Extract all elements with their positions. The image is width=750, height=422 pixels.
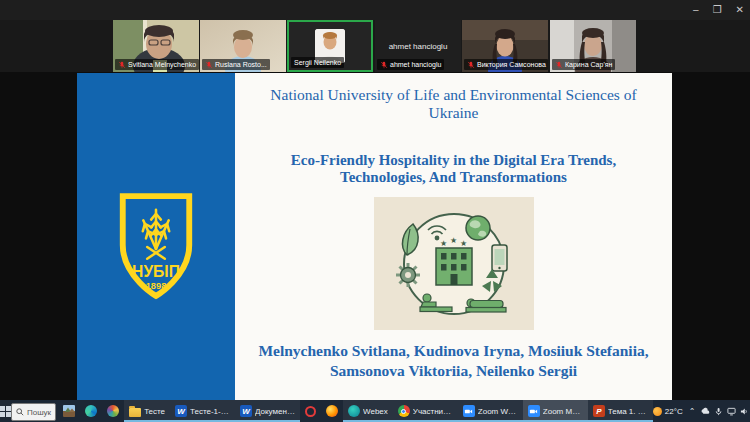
svg-text:★: ★ [460,239,467,248]
participant-tile-svitlana[interactable]: Svitlana Melnychenko [113,20,199,72]
weather-icon [653,407,662,416]
participant-name: Виктория Самсонова [477,60,546,69]
taskbar-item-firefox[interactable] [321,400,343,422]
taskbar-item-folder[interactable]: Тесте [124,400,170,422]
logo-year: 1898 [146,281,167,291]
taskbar-item-zoom-meeting[interactable]: Zoom Meeti... [523,400,588,422]
taskbar-item-photos[interactable] [102,400,124,422]
maximize-button[interactable]: ❐ [713,0,722,20]
system-tray: 22°C ⌃ ENG 12:55 11.09.2025 [653,400,750,422]
participant-name-label: Sergii Neilenko [291,57,344,68]
taskbar-item-word-1[interactable]: W Тесте-1-1Т - ... [170,400,235,422]
participant-name: Ruslana Rosto... [215,60,267,69]
tray-icons [701,407,750,416]
volume-icon[interactable] [740,407,749,416]
taskbar-item-webex[interactable]: Webex [343,400,393,422]
firefox-icon [326,405,338,417]
taskbar-item-label: Участник пу... [413,407,453,416]
taskbar-item-landscape[interactable] [58,400,80,422]
authors-line: Melnychenko Svitlana, Kudinova Iryna, Mo… [248,341,660,381]
onedrive-icon[interactable] [701,407,710,416]
nubip-logo: НУБІП 1898 [112,187,200,305]
taskbar-item-word-2[interactable]: W Документ2 - ... [235,400,300,422]
photos-icon [107,405,119,417]
smartphone-icon [492,245,507,271]
taskbar-item-opera[interactable] [300,400,321,422]
search-icon [16,408,24,416]
taskbar-item-chrome[interactable]: Участник пу... [393,400,458,422]
participant-tile-karina[interactable]: Карина Сар'ян [550,20,636,72]
mic-muted-icon [467,61,475,69]
participant-tile-viktoria[interactable]: Виктория Самсонова [462,20,548,72]
participant-name: Svitlana Melnychenko [128,60,196,69]
gear-icon [396,263,420,287]
participant-video-strip: Svitlana Melnychenko Ruslana Rosto... [0,20,750,72]
display-icon[interactable] [727,407,736,416]
windows-logo-icon [0,406,11,417]
powerpoint-icon: P [593,405,605,417]
taskbar-item-edge[interactable] [80,400,102,422]
taskbar-item-powerpoint[interactable]: P Тема 1. Ком... [588,400,653,422]
microphone-icon[interactable] [714,407,723,416]
shared-screen-area: НУБІП 1898 National University of Life a… [0,72,750,400]
participant-name: ahmet hancioglu [390,60,441,69]
zoom-icon [463,405,475,417]
desktop-screen: – ❐ ✕ Svitlana Melnychenko [0,0,750,422]
window-controls: – ❐ ✕ [693,0,744,20]
folder-icon [129,408,141,417]
taskbar-item-label: Тесте [144,407,165,416]
mic-muted-icon [555,61,563,69]
edge-icon [85,405,97,417]
taskbar-item-label: Тесте-1-1Т - ... [190,407,230,416]
temperature: 22°C [665,407,683,416]
globe-icon [466,216,490,240]
zoom-icon [528,405,540,417]
taskbar-item-label: Webex [363,407,388,416]
taskbar-search-input[interactable]: Пошук [11,403,56,421]
participant-name: Карина Сар'ян [565,60,612,69]
taskbar-item-label: Тема 1. Ком... [608,407,648,416]
weather-widget[interactable]: 22°C [653,407,683,416]
hotel-building-icon: ★ ★ ★ [436,236,472,285]
mic-muted-icon [205,61,213,69]
mic-muted-icon [118,61,126,69]
eco-hospitality-illustration: ★ ★ ★ [374,197,534,330]
svg-text:★: ★ [450,236,457,245]
svg-text:★: ★ [440,239,447,248]
taskbar-item-zoom-workplace[interactable]: Zoom Workp... [458,400,523,422]
slide-content: National University of Life and Environm… [235,73,672,400]
webex-icon [348,405,360,417]
word-icon: W [175,405,187,417]
search-placeholder: Пошук [27,408,51,417]
zoom-window-titlebar: – ❐ ✕ [0,0,750,20]
participant-tile-ruslana[interactable]: Ruslana Rosto... [200,20,286,72]
participant-tile-ahmet[interactable]: ahmet hancioglu ahmet hancioglu [375,20,461,72]
participant-name-label: Карина Сар'ян [552,59,615,70]
taskbar-item-label: Zoom Workp... [478,407,518,416]
participant-name-label: Виктория Самсонова [464,59,548,70]
chrome-icon [398,405,410,417]
slide-blue-band: НУБІП 1898 [77,73,235,400]
taskbar-item-label: Zoom Meeti... [543,407,583,416]
start-button[interactable] [0,400,11,422]
minimize-button[interactable]: – [693,0,699,20]
taskbar-item-label: Документ2 - ... [255,407,295,416]
university-title: National University of Life and Environm… [244,86,664,122]
participant-name: Sergii Neilenko [294,58,341,67]
landscape-thumbnail-icon [63,405,75,417]
opera-icon [305,406,316,417]
tray-overflow-chevron-icon[interactable]: ⌃ [689,407,696,416]
word-icon: W [240,405,252,417]
logo-acronym: НУБІП [132,263,180,280]
presentation-title: Eco-Friendly Hospitality in the Digital … [264,152,644,186]
participant-name-label: Ruslana Rosto... [202,59,270,70]
close-button[interactable]: ✕ [736,0,744,20]
participant-name-label: Svitlana Melnychenko [115,59,199,70]
windows-taskbar: Пошук Тесте W Тесте-1-1Т - ... W Докумен… [0,400,750,422]
presentation-slide: НУБІП 1898 National University of Life a… [77,73,672,400]
mic-muted-icon [380,61,388,69]
participant-tile-sergii[interactable]: Sergii Neilenko [287,20,373,72]
participant-name-label: ahmet hancioglu [377,59,444,70]
